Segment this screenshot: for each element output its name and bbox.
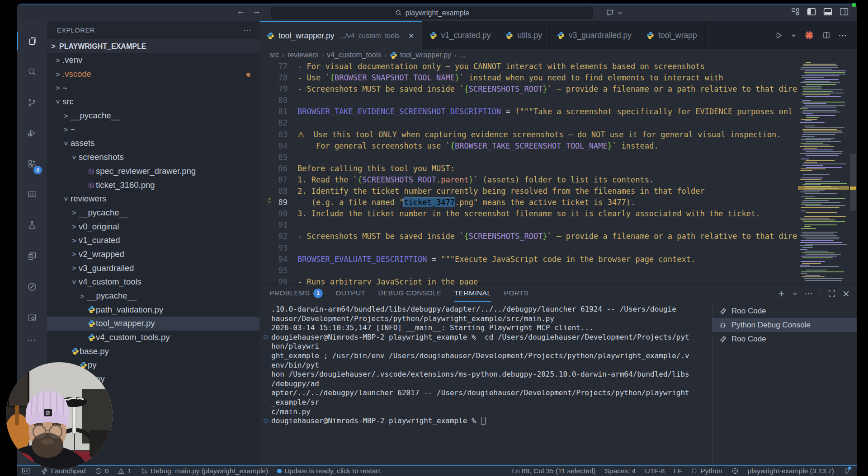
code-line-91[interactable]: 91 <box>259 219 857 231</box>
code-editor[interactable]: 77- For visual documentation only — you … <box>259 61 857 285</box>
activity-notes-icon[interactable] <box>17 241 47 271</box>
status-ln-89-col-35-11-selected-[interactable]: Ln 89, Col 35 (11 selected) <box>512 467 596 475</box>
terminal-dropdown-icon[interactable] <box>793 291 797 296</box>
command-decoration-icon[interactable] <box>264 419 268 423</box>
tree-item-src[interactable]: > src <box>47 95 259 109</box>
panel-tab-ports[interactable]: PORTS <box>504 285 528 302</box>
maximize-panel-icon[interactable] <box>828 290 835 297</box>
editor-more-actions-icon[interactable]: ⋯ <box>839 30 848 41</box>
tree-item-v3-guardrailed[interactable]: > v3_guardrailed <box>47 261 259 275</box>
status-debug-main-py-playwright-examp[interactable]: Debug: main.py (playwright_example) <box>141 467 268 475</box>
terminal-instance-roo-code[interactable]: Roo Code <box>712 332 857 346</box>
tree-item-reviewers[interactable]: > reviewers <box>47 192 259 206</box>
status-python[interactable]: Python <box>691 467 722 475</box>
code-line-86[interactable]: 86Before calling this tool you MUST: <box>259 163 857 174</box>
status-smiley[interactable] <box>731 467 739 475</box>
command-decoration-icon[interactable] <box>264 335 268 339</box>
code-line-96[interactable]: 96- Runs arbitrary JavaScript in the pag… <box>259 276 857 285</box>
activity-source-control-icon[interactable] <box>17 87 47 118</box>
tab-utils-py[interactable]: utils.py <box>498 21 549 49</box>
tree-item-path-validation-py[interactable]: path_validation.py <box>47 303 259 317</box>
status-update-is-ready-click-to-resta[interactable]: Update is ready, click to restart. <box>277 467 382 475</box>
code-line-83[interactable]: 83⚠ Use this tool ONLY when capturing ev… <box>259 129 857 140</box>
close-tab-icon[interactable]: ✕ <box>408 32 414 40</box>
activity-explorer-icon[interactable] <box>17 26 47 56</box>
editor-scrollbar[interactable] <box>849 61 857 285</box>
code-line-78[interactable]: 78- Use `{BROWSER_SNAPSHOT_TOOL_NAME}` i… <box>259 72 857 84</box>
status-utf-8[interactable]: UTF-8 <box>645 467 665 475</box>
scrollbar-slider[interactable] <box>850 154 856 211</box>
tree-item-assets[interactable]: > assets <box>47 136 259 150</box>
breadcrumb-tool-wrapper-py[interactable]: tool_wrapper.py <box>390 51 451 59</box>
status-lf[interactable]: LF <box>674 467 682 475</box>
code-line-82[interactable]: 82 <box>259 117 857 129</box>
panel-tab-debug-console[interactable]: DEBUG CONSOLE <box>378 285 441 302</box>
status-1[interactable]: 1 <box>118 467 132 475</box>
code-line-94[interactable]: 94BROWSER_EVALUATE_DESCRIPTION = """Exec… <box>259 254 857 265</box>
tree-item-v0-original[interactable]: > v0_original <box>47 219 259 233</box>
terminal-output[interactable]: .10.0-darwin-arm64/bundled/libs/debugpy/… <box>259 302 712 465</box>
tree-item--venv[interactable]: > .venv <box>47 53 259 67</box>
status-bell[interactable] <box>843 467 850 475</box>
code-line-89[interactable]: 89 (e.g. a file named "ticket_3477.png" … <box>259 197 857 208</box>
panel-tab-output[interactable]: OUTPUT <box>335 285 365 302</box>
activity-container-icon[interactable] <box>17 302 47 333</box>
panel-tab-problems[interactable]: PROBLEMS1 <box>269 285 323 302</box>
toggle-panel-icon[interactable] <box>823 7 832 16</box>
nav-forward-icon[interactable]: → <box>252 6 261 16</box>
code-line-80[interactable]: 80 <box>259 95 857 106</box>
code-line-87[interactable]: 871. Read the `{SCREENSHOTS_ROOT.parent}… <box>259 174 857 186</box>
activity-share-icon[interactable] <box>17 271 47 302</box>
code-line-79[interactable]: 79- Screenshots MUST be saved inside `{S… <box>259 84 857 95</box>
tree-item--pycache-[interactable]: > __pycache__ <box>47 109 259 123</box>
new-terminal-icon[interactable] <box>778 290 785 298</box>
breadcrumb[interactable]: src›reviewers›v4_custom_tools›tool_wrapp… <box>259 49 857 61</box>
code-line-85[interactable]: 85 <box>259 152 857 163</box>
tree-item-screenshots[interactable]: > screenshots <box>47 150 259 164</box>
terminal-instance-python-debug-console[interactable]: Python Debug Console <box>712 318 857 332</box>
activity-extensions-icon[interactable]: 8 <box>17 149 47 179</box>
breadcrumb-reviewers[interactable]: reviewers <box>288 51 318 59</box>
code-line-95[interactable]: 95 <box>259 265 857 276</box>
command-center[interactable]: playwright_example <box>271 7 593 19</box>
tab-v1-curated-py[interactable]: v1_curated.py <box>422 21 499 49</box>
code-line-90[interactable]: 903. Include the ticket number in the sc… <box>259 208 857 219</box>
tree-item--pycache-[interactable]: > __pycache__ <box>47 289 259 303</box>
tree-item-tool-wrapper-py[interactable]: tool_wrapper.py <box>47 317 259 331</box>
tree-item--[interactable]: > ~ <box>47 81 259 95</box>
tree-item-v4-custom-tools[interactable]: > v4_custom_tools <box>47 275 259 289</box>
breadcrumb-src[interactable]: src <box>269 51 279 59</box>
code-line-93[interactable]: 93 <box>259 243 857 254</box>
toggle-primary-sidebar-icon[interactable] <box>807 7 816 16</box>
customize-layout-icon[interactable] <box>791 8 800 16</box>
tree-item-spec-reviewer-drawer-png[interactable]: spec_reviewer_drawer.png <box>47 164 259 178</box>
claude-icon[interactable] <box>804 30 814 40</box>
activity-remote-icon[interactable] <box>17 179 47 210</box>
activity-testing-icon[interactable] <box>17 210 47 241</box>
terminal-instance-roo-code[interactable]: Roo Code <box>712 304 857 318</box>
code-line-88[interactable]: 882. Identify the ticket number currentl… <box>259 186 857 197</box>
tree-item--pycache-[interactable]: > __pycache__ <box>47 206 259 220</box>
tree-item-base-py[interactable]: base.py <box>47 344 259 358</box>
code-line-92[interactable]: 92- Screenshots MUST be saved inside `{S… <box>259 231 857 242</box>
code-line-84[interactable]: 84 For general screenshots use `{BROWSER… <box>259 140 857 152</box>
tree-item-v2-wrapped[interactable]: > v2_wrapped <box>47 247 259 261</box>
run-dropdown-icon[interactable] <box>791 33 796 38</box>
activity-search-icon[interactable] <box>17 56 47 87</box>
lightbulb-icon[interactable] <box>266 197 273 205</box>
activity-run-debug-icon[interactable] <box>17 118 47 149</box>
tree-item-v4-custom-tools-py[interactable]: v4_custom_tools.py <box>47 331 259 345</box>
close-panel-icon[interactable] <box>843 290 849 297</box>
nav-back-icon[interactable]: ← <box>236 6 245 16</box>
tree-item-v1-curated[interactable]: > v1_curated <box>47 233 259 247</box>
breadcrumb-v4-custom-tools[interactable]: v4_custom_tools <box>327 51 381 59</box>
split-editor-icon[interactable] <box>822 31 830 39</box>
status-spaces-4[interactable]: Spaces: 4 <box>605 467 636 475</box>
tab-v3-guardrailed-py[interactable]: v3_guardrailed.py <box>550 21 639 49</box>
status-playwright-example-3-13-7-[interactable]: playwright-example (3.13.7) <box>748 467 834 475</box>
code-line-77[interactable]: 77- For visual documentation only — you … <box>259 61 857 72</box>
activity-more-icon[interactable]: ⋯ <box>27 335 37 345</box>
toggle-secondary-sidebar-icon[interactable] <box>840 7 849 16</box>
panel-tab-terminal[interactable]: TERMINAL <box>454 285 491 302</box>
tree-item--[interactable]: > ~ <box>47 122 259 136</box>
